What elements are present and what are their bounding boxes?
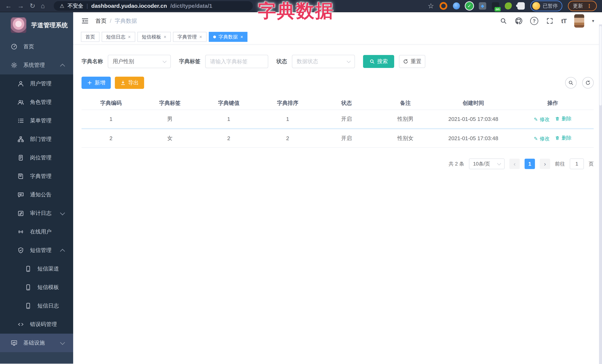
sidebar-item-sms-channel[interactable]: 短信渠道 bbox=[0, 260, 73, 278]
current-page-button[interactable]: 1 bbox=[525, 159, 535, 169]
topbar: 首页 / 字典数据 ? tT ▾ bbox=[73, 12, 602, 30]
chevron-down-icon bbox=[163, 59, 167, 63]
github-icon[interactable] bbox=[515, 17, 522, 25]
sidebar-menu: 首页 系统管理 用户管理 角色管理 bbox=[0, 37, 73, 352]
pagination: 共 2 条 10条/页 ‹ 1 › 前往 页 bbox=[82, 158, 594, 169]
chevron-down-icon bbox=[347, 59, 351, 63]
sidebar-item-audit-log[interactable]: 审计日志 bbox=[0, 204, 73, 223]
dict-name-label: 字典名称 bbox=[82, 58, 103, 65]
page-scrollbar[interactable] bbox=[599, 24, 602, 364]
tab-dict-data[interactable]: 字典数据 × bbox=[209, 32, 248, 42]
goto-page-input[interactable] bbox=[570, 158, 584, 169]
sidebar-item-sms-management[interactable]: 短信管理 bbox=[0, 241, 73, 260]
profile-chip[interactable]: 已暂停 bbox=[530, 0, 562, 11]
app-logo bbox=[11, 17, 26, 33]
url-path: /dict/type/data/1 bbox=[170, 3, 212, 9]
breadcrumb-home[interactable]: 首页 bbox=[95, 17, 107, 25]
add-button[interactable]: 新增 bbox=[82, 77, 111, 89]
tab-dict-management[interactable]: 字典管理 × bbox=[173, 32, 206, 42]
total-count: 共 2 条 bbox=[449, 161, 464, 167]
tab-sms-template[interactable]: 短信模板 × bbox=[138, 32, 171, 42]
extension-green-check-icon[interactable]: ✓ bbox=[465, 2, 473, 10]
hide-search-button[interactable] bbox=[565, 77, 577, 89]
next-page-button[interactable]: › bbox=[540, 159, 550, 169]
dict-label-input[interactable] bbox=[205, 55, 268, 68]
status-select[interactable]: 数据状态 bbox=[292, 55, 355, 68]
sidebar-item-system-management[interactable]: 系统管理 bbox=[0, 56, 73, 74]
breadcrumb: 首页 / 字典数据 bbox=[95, 17, 137, 25]
list-icon bbox=[17, 117, 24, 124]
chevron-down-icon bbox=[60, 210, 65, 215]
bookmark-star-icon[interactable]: ☆ bbox=[428, 2, 434, 10]
close-icon[interactable]: × bbox=[128, 34, 131, 40]
mobile-icon bbox=[25, 266, 32, 272]
scrollbar-thumb[interactable] bbox=[599, 26, 602, 105]
sidebar-item-sms-template[interactable]: 短信模板 bbox=[0, 278, 73, 297]
table-row: 1 男 1 1 开启 性别男 2021-01-05 17:03:48 ✎修改删除 bbox=[82, 110, 594, 129]
extension-green-leaf-icon[interactable] bbox=[505, 2, 512, 10]
sidebar-item-sms-log[interactable]: 短信日志 bbox=[0, 297, 73, 315]
page-size-select[interactable]: 10条/页 bbox=[469, 158, 505, 169]
browser-back-icon[interactable]: ← bbox=[5, 3, 12, 9]
search-button[interactable]: 搜索 bbox=[363, 55, 394, 68]
browser-home-icon[interactable]: ⌂ bbox=[41, 3, 45, 9]
col-status: 状态 bbox=[317, 97, 376, 110]
font-size-icon[interactable]: tT bbox=[561, 17, 566, 25]
security-label[interactable]: 不安全 bbox=[68, 2, 83, 10]
search-icon[interactable] bbox=[500, 17, 507, 25]
extension-on-badge-icon[interactable]: on bbox=[492, 2, 499, 10]
delete-link[interactable]: 删除 bbox=[555, 135, 572, 141]
prev-page-button[interactable]: ‹ bbox=[509, 159, 520, 169]
caret-down-icon[interactable]: ▾ bbox=[592, 18, 594, 23]
delete-link[interactable]: 删除 bbox=[555, 115, 572, 122]
sidebar-item-error-code[interactable]: 错误码管理 bbox=[0, 315, 73, 334]
col-dict-code: 字典编码 bbox=[82, 97, 140, 110]
browser-menu-dots-icon[interactable]: ⋮ bbox=[587, 3, 592, 9]
fullscreen-icon[interactable] bbox=[546, 17, 553, 25]
browser-update-button[interactable]: 更新 ⋮ bbox=[568, 1, 597, 11]
browser-reload-icon[interactable]: ↻ bbox=[30, 3, 35, 9]
sidebar-item-menu-management[interactable]: 菜单管理 bbox=[0, 112, 73, 130]
extension-gray-diamond-icon[interactable]: ◆ bbox=[479, 2, 486, 10]
sidebar-item-user-management[interactable]: 用户管理 bbox=[0, 74, 73, 93]
sidebar-item-post-management[interactable]: 岗位管理 bbox=[0, 148, 73, 167]
dictionary-book-icon bbox=[17, 173, 24, 180]
col-dict-label: 字典标签 bbox=[140, 97, 199, 110]
trash-icon bbox=[555, 135, 560, 140]
export-button[interactable]: 导出 bbox=[115, 77, 144, 89]
extension-orange-icon[interactable] bbox=[440, 2, 447, 10]
address-bar[interactable]: ⚠ 不安全 | dashboard.yudao.iocoder.cn/dict/… bbox=[54, 1, 253, 11]
close-icon[interactable]: × bbox=[199, 34, 202, 40]
sidebar-item-department-management[interactable]: 部门管理 bbox=[0, 130, 73, 148]
status-label: 状态 bbox=[276, 58, 287, 65]
close-icon[interactable]: × bbox=[164, 34, 167, 40]
help-icon[interactable]: ? bbox=[530, 17, 538, 25]
refresh-icon bbox=[585, 80, 591, 85]
refresh-icon bbox=[403, 59, 408, 64]
edit-link[interactable]: ✎修改 bbox=[534, 116, 550, 123]
dict-name-select[interactable]: 用户性别 bbox=[108, 55, 171, 68]
extension-blue-drop-icon[interactable] bbox=[453, 2, 460, 10]
sidebar: 芋道管理系统 首页 系统管理 用户管理 bbox=[0, 12, 73, 364]
close-icon[interactable]: × bbox=[240, 34, 243, 40]
sidebar-item-infrastructure[interactable]: 基础设施 bbox=[0, 334, 73, 352]
sidebar-item-notice[interactable]: 通知公告 bbox=[0, 186, 73, 204]
sidebar-item-online-users[interactable]: 在线用户 bbox=[0, 223, 73, 241]
browser-forward-icon[interactable]: → bbox=[17, 3, 24, 9]
org-tree-icon bbox=[17, 136, 24, 143]
extensions-puzzle-icon[interactable] bbox=[517, 2, 525, 10]
col-operations: 操作 bbox=[512, 97, 594, 110]
sidebar-item-dict-management[interactable]: 字典管理 bbox=[0, 167, 73, 186]
col-remark: 备注 bbox=[376, 97, 435, 110]
edit-link[interactable]: ✎修改 bbox=[534, 135, 550, 142]
tab-home[interactable]: 首页 bbox=[81, 32, 99, 42]
user-avatar[interactable] bbox=[574, 14, 584, 28]
sidebar-item-home[interactable]: 首页 bbox=[0, 37, 73, 56]
reset-button[interactable]: 重置 bbox=[399, 55, 425, 68]
sidebar-item-role-management[interactable]: 角色管理 bbox=[0, 93, 73, 112]
refresh-table-button[interactable] bbox=[582, 77, 594, 89]
tab-sms-log[interactable]: 短信日志 × bbox=[102, 32, 135, 42]
logo-row[interactable]: 芋道管理系统 bbox=[0, 12, 73, 37]
screen: ← → ↻ ⌂ ⚠ 不安全 | dashboard.yudao.iocoder.… bbox=[0, 0, 602, 364]
hamburger-icon[interactable] bbox=[81, 17, 89, 25]
